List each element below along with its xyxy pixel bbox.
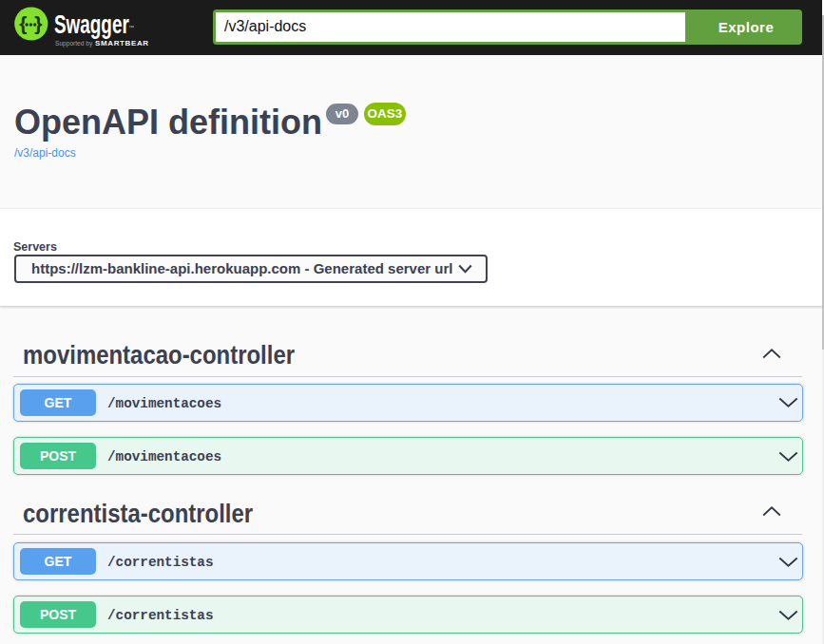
svg-text:{: { xyxy=(19,12,27,34)
svg-text:}: } xyxy=(34,12,42,34)
